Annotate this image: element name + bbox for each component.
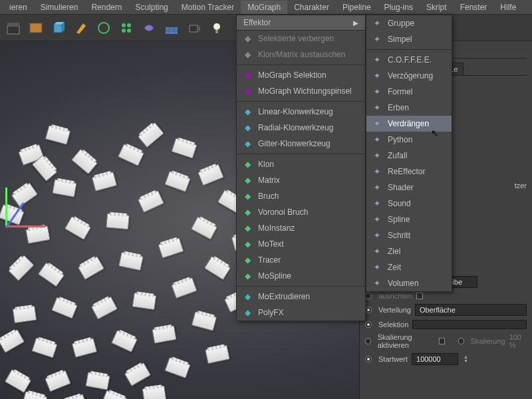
menu-item-voronoi-bruch[interactable]: ◆Voronoi Bruch xyxy=(237,204,365,220)
effector-item-erben[interactable]: ✦Erben xyxy=(366,100,452,116)
align-radio[interactable] xyxy=(365,293,372,299)
tool-icon-array[interactable] xyxy=(116,17,137,39)
lego-brick xyxy=(38,262,65,287)
effector-submenu: ✦Gruppe✦Simpel✦C.O.F.F.E.E.✦Verzögerung✦… xyxy=(366,15,452,292)
menu-plug-ins[interactable]: Plug-ins xyxy=(378,1,420,14)
effector-item-sound[interactable]: ✦Sound xyxy=(366,196,452,211)
svg-point-8 xyxy=(127,23,131,27)
lego-brick xyxy=(111,330,138,352)
lego-brick xyxy=(164,357,190,378)
menu-item-label: Klon xyxy=(258,160,274,169)
menu-motion-tracker[interactable]: Motion Tracker xyxy=(175,1,241,14)
menu-item-label: MoGraph Selektion xyxy=(258,70,327,80)
tool-icon-deformer[interactable] xyxy=(138,17,160,39)
menu-item-tracer[interactable]: ◆Tracer xyxy=(237,252,365,268)
effector-item-spline[interactable]: ✦Spline xyxy=(366,211,452,227)
menu-item-mograph-wichtungspinsel[interactable]: ◆MoGraph Wichtungspinsel xyxy=(237,83,365,99)
svg-point-7 xyxy=(122,23,126,27)
effector-item-gruppe[interactable]: ✦Gruppe xyxy=(366,15,452,31)
distribution-radio[interactable] xyxy=(365,307,372,313)
menu-item-selektierte-verbergen[interactable]: ◆Selektierte verbergen xyxy=(237,31,365,47)
effector-item-label: Erben xyxy=(388,103,409,112)
menu-item-gitter-klonwerkzeug[interactable]: ◆Gitter-Klonwerkzeug xyxy=(237,136,365,152)
lego-brick xyxy=(5,369,31,393)
start-field[interactable]: 100000 xyxy=(412,353,458,365)
tool-icon-clapper[interactable] xyxy=(3,17,24,39)
tool-icon-pen[interactable] xyxy=(70,17,92,39)
lego-brick xyxy=(78,256,104,280)
lego-brick xyxy=(22,391,48,399)
effector-header[interactable]: Effektor ▶ xyxy=(237,15,365,31)
menu-rendern[interactable]: Rendern xyxy=(84,1,128,14)
menu-item-moinstanz[interactable]: ◆MoInstanz xyxy=(237,220,365,236)
distribution-field[interactable]: Oberfläche xyxy=(415,304,527,316)
effector-item-volumen[interactable]: ✦Volumen xyxy=(366,275,452,291)
svg-rect-0 xyxy=(7,26,19,34)
menu-charakter[interactable]: Charakter xyxy=(287,1,336,14)
lego-brick xyxy=(198,164,224,186)
tool-icon-light[interactable] xyxy=(206,17,227,39)
menu-pipeline[interactable]: Pipeline xyxy=(336,1,378,14)
lego-brick xyxy=(91,296,118,319)
startvalue-row: Startwert 100000 ▲▼ xyxy=(365,351,527,367)
svg-rect-1 xyxy=(7,23,19,26)
menu-icon: ◆ xyxy=(242,70,253,80)
menu-fenster[interactable]: Fenster xyxy=(454,1,494,14)
tool-icon-cube[interactable] xyxy=(48,17,69,39)
menu-icon: ◆ xyxy=(242,271,253,281)
menu-item-klon[interactable]: ◆Klon xyxy=(237,156,365,172)
effector-item-zufall[interactable]: ✦Zufall xyxy=(366,148,452,164)
effector-item-schritt[interactable]: ✦Schritt xyxy=(366,227,452,243)
tool-icon-floor[interactable] xyxy=(161,17,182,39)
effector-label: Effektor xyxy=(243,18,271,27)
lego-brick xyxy=(11,182,38,207)
effector-item-shader[interactable]: ✦Shader xyxy=(366,180,452,196)
menu-hilfe[interactable]: Hilfe xyxy=(493,1,523,14)
tool-icon-render[interactable] xyxy=(25,17,47,39)
menu-sculpting[interactable]: Sculpting xyxy=(128,1,174,14)
lego-brick xyxy=(71,149,98,175)
selection-label: Selektion xyxy=(378,321,408,329)
menu-item-bruch[interactable]: ◆Bruch xyxy=(237,188,365,204)
submenu-arrow-icon: ▶ xyxy=(353,19,358,27)
lego-brick xyxy=(171,277,197,299)
menu-item-matrix[interactable]: ◆Matrix xyxy=(237,172,365,188)
tool-icon-camera[interactable] xyxy=(184,17,205,39)
selection-radio[interactable] xyxy=(365,321,372,328)
menu-item-radial-klonwerkzeug[interactable]: ◆Radial-Klonwerkzeug xyxy=(237,120,365,136)
effector-item-reeffector[interactable]: ✦ReEffector xyxy=(366,164,452,180)
spinner-icon[interactable]: ▲▼ xyxy=(464,355,468,363)
menu-icon: ◆ xyxy=(242,291,253,302)
effector-icon: ✦ xyxy=(372,166,382,177)
menu-item-klon-matrix-austauschen[interactable]: ◆Klon/Matrix austauschen xyxy=(237,47,365,63)
tool-icon-nurbs[interactable] xyxy=(93,17,114,39)
menu-item-polyfx[interactable]: ◆PolyFX xyxy=(237,305,365,321)
menu-icon: ◆ xyxy=(242,86,253,96)
effector-item-c-o-f-f-e-e-[interactable]: ✦C.O.F.F.E.E. xyxy=(366,52,452,68)
menu-item-linear-klonwerkzeug[interactable]: ◆Linear-Klonwerkzeug xyxy=(237,104,365,120)
align-check[interactable] xyxy=(416,293,423,299)
menu-ieren[interactable]: ieren xyxy=(3,1,34,14)
effector-icon: ✦ xyxy=(372,262,382,273)
menu-item-motext[interactable]: ◆MoText xyxy=(237,236,365,252)
menu-skript[interactable]: Skript xyxy=(420,1,454,14)
lego-brick xyxy=(191,216,217,239)
effector-item-label: Ziel xyxy=(388,247,400,256)
menu-simulieren[interactable]: Simulieren xyxy=(34,1,85,14)
menu-item-mospline[interactable]: ◆MoSpline xyxy=(237,268,365,284)
effector-item-zeit[interactable]: ✦Zeit xyxy=(366,259,452,275)
effector-item-simpel[interactable]: ✦Simpel xyxy=(366,31,452,47)
menu-item-moextrudieren[interactable]: ◆MoExtrudieren xyxy=(237,289,365,305)
effector-item-ziel[interactable]: ✦Ziel xyxy=(366,243,452,259)
menu-mograph[interactable]: MoGraph xyxy=(241,1,287,14)
svg-point-18 xyxy=(213,23,220,30)
menu-item-mograph-selektion[interactable]: ◆MoGraph Selektion xyxy=(237,67,365,83)
selection-field[interactable] xyxy=(412,320,527,329)
effector-item-verz-gerung[interactable]: ✦Verzögerung xyxy=(366,68,452,84)
start-label: Startwert xyxy=(378,355,408,363)
scale-enable-check[interactable] xyxy=(439,338,445,344)
effector-item-formel[interactable]: ✦Formel xyxy=(366,84,452,100)
start-radio[interactable] xyxy=(365,356,372,362)
lego-brick xyxy=(164,171,190,192)
scale-enable-radio[interactable] xyxy=(365,338,371,344)
